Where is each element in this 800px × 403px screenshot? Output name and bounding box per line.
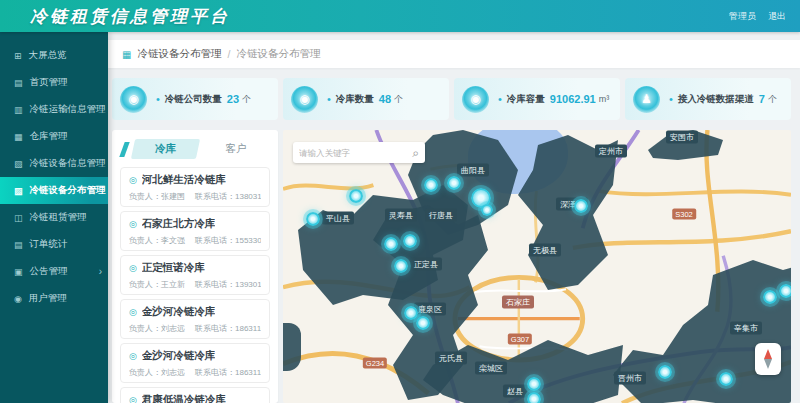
list-item-title: 正定恒诺冷库 — [142, 261, 205, 275]
list-item-subtext: 负责人：刘志远 联系电话：18631101122 — [129, 367, 261, 378]
menu-item-icon: ⊞ — [14, 51, 22, 61]
search-icon[interactable]: ⌕ — [412, 147, 419, 159]
cold-storage-map-marker[interactable] — [779, 284, 791, 298]
stat-card-icon: ◉ — [291, 86, 318, 113]
breadcrumb-icon: ▦ — [122, 49, 131, 60]
list-item-title-row: ◎ 河北鲜生活冷链库 — [129, 173, 261, 187]
cold-storage-map-marker[interactable] — [403, 234, 417, 248]
list-item[interactable]: ◎ 君康低温冷链冷库 负责人：陈国庆 联系电话：13613110678 — [120, 387, 270, 403]
road-label: G234 — [363, 358, 387, 369]
district-label: 栾城区 — [475, 362, 507, 375]
target-circle-icon: ◎ — [129, 219, 137, 229]
stat-unit: 个 — [242, 93, 251, 106]
owner-field: 负责人：张建国 — [129, 191, 185, 202]
list-item-title: 君康低温冷链冷库 — [142, 393, 226, 403]
map-search-input[interactable] — [299, 148, 412, 158]
cold-storage-map-marker[interactable] — [763, 290, 777, 304]
cold-storage-map-marker[interactable] — [527, 377, 541, 391]
target-circle-icon: ◎ — [129, 395, 137, 403]
owner-field: 负责人：刘志远 — [129, 323, 185, 334]
cold-storage-map-marker[interactable] — [481, 204, 493, 216]
district-label: 平山县 — [322, 212, 354, 225]
sidebar-menu-item[interactable]: ▤ 订单统计 — [0, 231, 108, 258]
list-item-title-row: ◎ 君康低温冷链冷库 — [129, 393, 261, 403]
cold-storage-map-marker[interactable] — [527, 392, 541, 403]
list-item[interactable]: ◎ 金沙河冷链冷库 负责人：刘志远 联系电话：18631101122 — [120, 343, 270, 383]
stats-row: ◉ • 冷链公司数量 23 个 ◉ • 冷库数量 48 个 ◉ • 冷库容量 9… — [108, 68, 800, 120]
sidebar-menu-item[interactable]: ▣ 公告管理 › — [0, 258, 108, 285]
list-item[interactable]: ◎ 石家庄北方冷库 负责人：李文强 联系电话：15533026698 — [120, 211, 270, 251]
stat-value: 48 — [379, 93, 391, 105]
panel-tab-label: 冷库 — [155, 142, 176, 156]
district-label: 灵寿县 — [385, 209, 417, 222]
sidebar-menu-item[interactable]: ◫ 冷链租赁管理 — [0, 204, 108, 231]
panel-tab-label: 客户 — [225, 142, 246, 154]
cold-storage-map-marker[interactable] — [719, 372, 733, 386]
stat-label: 接入冷链数据渠道 — [678, 93, 754, 106]
breadcrumb-section[interactable]: 冷链设备分布管理 — [137, 47, 221, 61]
stat-value: 91062.91 — [550, 93, 596, 105]
cold-storage-map-marker[interactable] — [574, 199, 588, 213]
district-label: 元氏县 — [435, 352, 467, 365]
district-label: 曲阳县 — [457, 164, 489, 177]
menu-item-label: 订单统计 — [30, 238, 68, 251]
list-item-title-row: ◎ 金沙河冷链冷库 — [129, 349, 261, 363]
stat-label: 冷库容量 — [507, 93, 545, 106]
stat-unit: m³ — [599, 94, 610, 104]
sidebar-menu-item[interactable]: ◉ 用户管理 — [0, 285, 108, 312]
target-circle-icon: ◎ — [129, 263, 137, 273]
phone-field: 联系电话：13930110276 — [195, 279, 261, 290]
list-item[interactable]: ◎ 正定恒诺冷库 负责人：王立新 联系电话：13930110276 — [120, 255, 270, 295]
menu-item-icon: ▣ — [14, 267, 23, 277]
bullet-dot-icon: • — [156, 93, 160, 105]
list-item-subtext: 负责人：张建国 联系电话：13803110158 — [129, 191, 261, 202]
list-item-title-row: ◎ 金沙河冷链冷库 — [129, 305, 261, 319]
menu-item-label: 冷链设备信息管理 — [30, 157, 106, 170]
district-label: 晋州市 — [614, 372, 646, 385]
cold-storage-map-marker[interactable] — [306, 212, 320, 226]
menu-item-icon: ◉ — [14, 294, 22, 304]
stat-label: 冷链公司数量 — [165, 93, 222, 106]
sidebar-menu-item[interactable]: ▦ 仓库管理 — [0, 123, 108, 150]
list-item-title-row: ◎ 正定恒诺冷库 — [129, 261, 261, 275]
sidebar-menu-item[interactable]: ▤ 首页管理 — [0, 69, 108, 96]
list-item[interactable]: ◎ 金沙河冷链冷库 负责人：刘志远 联系电话：18631101122 — [120, 299, 270, 339]
menu-item-label: 仓库管理 — [30, 130, 68, 143]
panel-tab[interactable]: 客户 — [204, 139, 269, 159]
sidebar-menu-item[interactable]: ▥ 冷链运输信息管理 — [0, 96, 108, 123]
menu-item-icon: ▤ — [14, 240, 23, 250]
sidebar-menu-item[interactable]: ▨ 冷链设备分布管理 — [0, 177, 108, 204]
map-canvas[interactable]: 平山县 灵寿县 行唐县 曲阳县 定州市 安国市 深泽县 无极县 正定县 鹿泉区 … — [283, 130, 791, 403]
cold-storage-map-marker[interactable] — [349, 189, 363, 203]
cold-storage-map-marker[interactable] — [384, 237, 398, 251]
phone-field: 联系电话：15533026698 — [195, 235, 261, 246]
list-item-title: 石家庄北方冷库 — [142, 217, 216, 231]
cold-storage-map-marker[interactable] — [394, 259, 408, 273]
target-circle-icon: ◎ — [129, 307, 137, 317]
cold-storage-map-marker[interactable] — [447, 176, 461, 190]
cold-storage-map-marker[interactable] — [424, 178, 438, 192]
district-label: 行唐县 — [425, 209, 457, 222]
cold-storage-map-marker[interactable] — [658, 365, 672, 379]
compass-south-needle-icon — [764, 359, 772, 369]
menu-item-icon: ▥ — [14, 105, 23, 115]
stat-card: ◉ • 冷库容量 91062.91 m³ — [454, 78, 620, 120]
username[interactable]: 管理员 — [729, 10, 756, 23]
sidebar-menu-item[interactable]: ▧ 冷链设备信息管理 — [0, 150, 108, 177]
list-item[interactable]: ◎ 河北鲜生活冷链库 负责人：张建国 联系电话：13803110158 — [120, 167, 270, 207]
stat-label: 冷库数量 — [336, 93, 374, 106]
cold-storage-map-marker[interactable] — [404, 306, 418, 320]
stat-unit: 个 — [768, 93, 777, 106]
app-header: 冷链租赁信息管理平台 管理员 退出 — [0, 0, 800, 32]
compass-control[interactable] — [755, 343, 781, 375]
menu-item-icon: ▨ — [14, 186, 23, 196]
panel-tab[interactable]: 冷库 — [131, 139, 200, 159]
owner-field: 负责人：王立新 — [129, 279, 185, 290]
owner-field: 负责人：李文强 — [129, 235, 185, 246]
logout-button[interactable]: 退出 — [768, 10, 786, 23]
main-content: ▦ 冷链设备分布管理 / 冷链设备分布管理 ◉ • 冷链公司数量 23 个 ◉ … — [108, 32, 800, 403]
sidebar-menu-item[interactable]: ⊞ 大屏总览 — [0, 42, 108, 69]
content-row: 冷库 客户 ◎ 河北鲜生活冷链库 负责人：张建国 联系电话：1380311015… — [108, 120, 800, 403]
list-item-title: 河北鲜生活冷链库 — [142, 173, 226, 187]
cold-storage-map-marker[interactable] — [416, 316, 430, 330]
